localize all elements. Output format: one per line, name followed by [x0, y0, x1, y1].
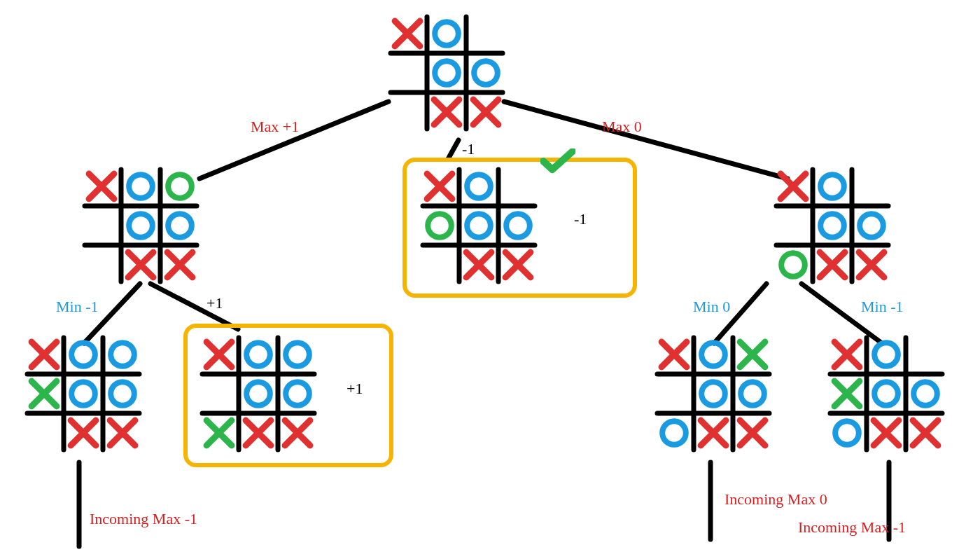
svg-point-90	[286, 382, 309, 406]
label-mid-top: -1	[462, 140, 475, 158]
label-plus1-edge: +1	[206, 294, 223, 312]
label-min-left: Min -1	[56, 298, 99, 316]
svg-point-45	[467, 214, 491, 237]
label-mid-side: -1	[574, 210, 587, 228]
label-plus1-side: +1	[346, 380, 363, 398]
svg-point-124	[835, 421, 859, 445]
label-min-r2: Min -1	[861, 298, 904, 316]
svg-point-16	[435, 22, 458, 46]
svg-point-57	[820, 174, 844, 198]
svg-point-123	[913, 382, 937, 406]
svg-point-29	[129, 174, 153, 198]
svg-point-88	[286, 343, 309, 366]
label-max-right: Max 0	[602, 118, 642, 136]
svg-point-87	[246, 343, 270, 366]
label-min-r1: Min 0	[693, 298, 730, 316]
board-l1-left	[82, 167, 200, 284]
svg-point-75	[71, 382, 95, 406]
svg-point-58	[820, 214, 844, 237]
svg-point-46	[506, 214, 530, 237]
svg-point-32	[168, 214, 192, 237]
label-inc-right: Incoming Max -1	[798, 518, 906, 537]
label-max-left: Max +1	[251, 118, 299, 136]
svg-point-122	[874, 382, 898, 406]
board-l2-c	[654, 335, 772, 453]
svg-point-59	[860, 214, 883, 237]
svg-point-44	[428, 214, 451, 237]
checkmark-icon	[540, 149, 575, 174]
svg-point-60	[781, 253, 805, 277]
svg-point-76	[111, 382, 134, 406]
label-inc-mid: Incoming Max 0	[724, 490, 827, 509]
svg-line-1	[448, 140, 458, 159]
svg-point-103	[701, 343, 725, 366]
svg-point-72	[111, 343, 134, 366]
svg-point-30	[168, 174, 192, 198]
svg-point-71	[71, 343, 95, 366]
board-l1-mid	[420, 167, 538, 284]
svg-point-108	[662, 421, 686, 445]
board-root	[388, 14, 505, 132]
svg-point-106	[701, 382, 725, 406]
svg-point-119	[874, 343, 898, 366]
board-l2-d	[827, 335, 945, 453]
svg-point-31	[129, 214, 153, 237]
board-l2-a	[24, 335, 142, 453]
board-l2-b	[200, 335, 317, 453]
svg-line-4	[150, 284, 238, 329]
svg-line-0	[200, 102, 388, 179]
svg-point-89	[246, 382, 270, 406]
board-l1-right	[774, 167, 891, 284]
svg-point-107	[741, 382, 764, 406]
svg-point-17	[435, 61, 458, 85]
svg-point-18	[474, 61, 498, 85]
label-inc-left: Incoming Max -1	[90, 510, 197, 528]
svg-point-43	[467, 174, 491, 198]
